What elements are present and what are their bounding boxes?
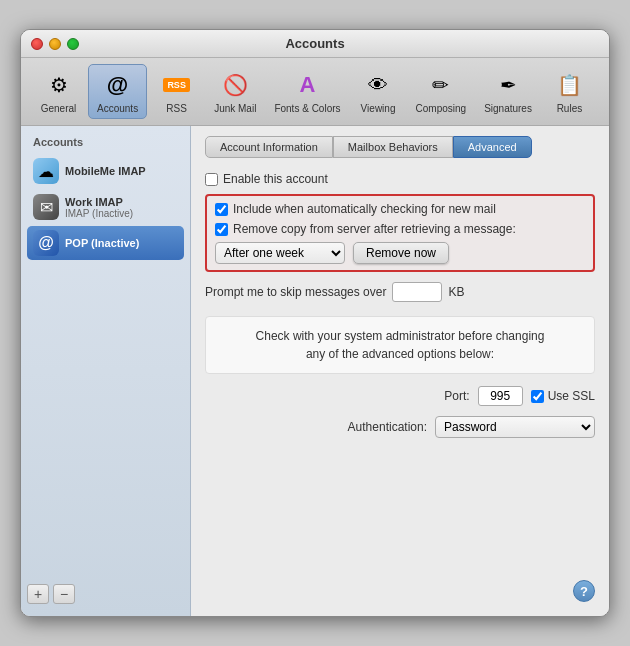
tab-mailbox-behaviors[interactable]: Mailbox Behaviors (333, 136, 453, 158)
info-text-line2: any of the advanced options below: (222, 345, 578, 363)
close-button[interactable] (31, 38, 43, 50)
mobileme-icon: ☁ (33, 158, 59, 184)
work-name: Work IMAP (65, 196, 133, 208)
composing-label: Composing (416, 103, 467, 114)
remove-copy-area: Remove copy from server after retrieving… (215, 222, 516, 236)
sidebar-bottom: + − (27, 580, 184, 608)
use-ssl-label: Use SSL (548, 389, 595, 403)
toolbar-junk-mail[interactable]: 🚫 Junk Mail (206, 65, 264, 118)
tab-account-information[interactable]: Account Information (205, 136, 333, 158)
port-row: Port: Use SSL (205, 386, 595, 406)
skip-messages-label-before: Prompt me to skip messages over (205, 285, 386, 299)
tab-bar: Account Information Mailbox Behaviors Ad… (205, 136, 595, 158)
auth-row: Authentication: Password MD5 Challenge-R… (205, 416, 595, 438)
toolbar: ⚙ General @ Accounts RSS RSS 🚫 Junk Mail… (21, 58, 609, 126)
port-label: Port: (444, 389, 469, 403)
auth-label: Authentication: (348, 420, 427, 434)
toolbar-rules[interactable]: 📋 Rules (542, 65, 597, 118)
pop-name: POP (Inactive) (65, 237, 139, 249)
enable-account-checkbox[interactable] (205, 173, 218, 186)
composing-icon: ✏ (425, 69, 457, 101)
sidebar-item-work[interactable]: ✉ Work IMAP IMAP (Inactive) (27, 190, 184, 224)
viewing-icon: 👁 (362, 69, 394, 101)
rules-label: Rules (557, 103, 583, 114)
main-window: Accounts ⚙ General @ Accounts RSS RSS 🚫 … (20, 29, 610, 617)
titlebar: Accounts (21, 30, 609, 58)
dropdown-row: After one week After one day After one m… (215, 242, 585, 264)
rss-icon: RSS (161, 69, 193, 101)
viewing-label: Viewing (361, 103, 396, 114)
enable-account-checkbox-area: Enable this account (205, 172, 328, 186)
toolbar-accounts[interactable]: @ Accounts (88, 64, 147, 119)
add-account-button[interactable]: + (27, 584, 49, 604)
toolbar-general[interactable]: ⚙ General (31, 65, 86, 118)
port-input[interactable] (478, 386, 523, 406)
rss-label: RSS (166, 103, 187, 114)
toolbar-signatures[interactable]: ✒ Signatures (476, 65, 540, 118)
window-title: Accounts (285, 36, 344, 51)
help-button[interactable]: ? (573, 580, 595, 602)
traffic-lights (31, 38, 79, 50)
signatures-label: Signatures (484, 103, 532, 114)
sidebar-item-mobileme[interactable]: ☁ MobileMe IMAP (27, 154, 184, 188)
auth-select[interactable]: Password MD5 Challenge-Response NTLM Ker… (435, 416, 595, 438)
include-auto-check-checkbox[interactable] (215, 203, 228, 216)
toolbar-composing[interactable]: ✏ Composing (408, 65, 475, 118)
remove-now-button[interactable]: Remove now (353, 242, 449, 264)
include-auto-check-label: Include when automatically checking for … (233, 202, 496, 216)
use-ssl-checkbox[interactable] (531, 390, 544, 403)
info-box: Check with your system administrator bef… (205, 316, 595, 374)
remove-account-button[interactable]: − (53, 584, 75, 604)
sidebar-title: Accounts (27, 134, 184, 154)
signatures-icon: ✒ (492, 69, 524, 101)
skip-messages-row: Prompt me to skip messages over KB (205, 282, 595, 302)
rules-icon: 📋 (553, 69, 585, 101)
general-label: General (41, 103, 77, 114)
toolbar-rss[interactable]: RSS RSS (149, 65, 204, 118)
enable-account-label: Enable this account (223, 172, 328, 186)
junk-mail-icon: 🚫 (219, 69, 251, 101)
junk-mail-label: Junk Mail (214, 103, 256, 114)
enable-account-row: Enable this account (205, 172, 595, 186)
work-sub: IMAP (Inactive) (65, 208, 133, 219)
fonts-label: Fonts & Colors (274, 103, 340, 114)
accounts-label: Accounts (97, 103, 138, 114)
settings-area: Enable this account Include when automat… (205, 172, 595, 438)
content-area: Accounts ☁ MobileMe IMAP ✉ Work IMAP IMA… (21, 126, 609, 616)
general-icon: ⚙ (43, 69, 75, 101)
info-text-line1: Check with your system administrator bef… (222, 327, 578, 345)
ssl-area: Use SSL (531, 389, 595, 403)
after-dropdown[interactable]: After one week After one day After one m… (215, 242, 345, 264)
include-auto-check-area: Include when automatically checking for … (215, 202, 496, 216)
include-auto-check-row: Include when automatically checking for … (215, 202, 585, 216)
tab-advanced[interactable]: Advanced (453, 136, 532, 158)
toolbar-fonts-colors[interactable]: A Fonts & Colors (266, 65, 348, 118)
sidebar: Accounts ☁ MobileMe IMAP ✉ Work IMAP IMA… (21, 126, 191, 616)
work-icon: ✉ (33, 194, 59, 220)
fonts-icon: A (291, 69, 323, 101)
minimize-button[interactable] (49, 38, 61, 50)
skip-messages-input[interactable] (392, 282, 442, 302)
highlighted-section: Include when automatically checking for … (205, 194, 595, 272)
toolbar-viewing[interactable]: 👁 Viewing (351, 65, 406, 118)
remove-copy-label: Remove copy from server after retrieving… (233, 222, 516, 236)
pop-icon: @ (33, 230, 59, 256)
skip-messages-label-after: KB (448, 285, 464, 299)
remove-copy-checkbox[interactable] (215, 223, 228, 236)
sidebar-item-pop[interactable]: @ POP (Inactive) (27, 226, 184, 260)
mobileme-name: MobileMe IMAP (65, 165, 146, 177)
maximize-button[interactable] (67, 38, 79, 50)
remove-copy-row: Remove copy from server after retrieving… (215, 222, 585, 236)
accounts-icon: @ (102, 69, 134, 101)
main-panel: Account Information Mailbox Behaviors Ad… (191, 126, 609, 616)
